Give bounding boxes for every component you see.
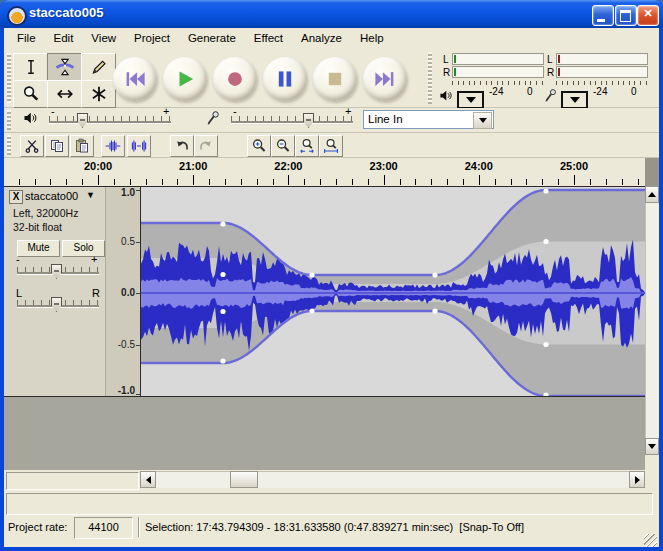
hscroll-left-button[interactable] <box>140 471 156 488</box>
timeshift-tool[interactable] <box>47 80 82 108</box>
menu-item-view[interactable]: View <box>82 30 125 46</box>
multi-tool[interactable] <box>81 80 116 108</box>
output-meter-channel-label: L <box>443 54 449 65</box>
mute-button[interactable]: Mute <box>17 240 60 257</box>
timeline-ruler[interactable]: 20:0021:0022:0023:0024:0025:00 <box>4 158 645 186</box>
gain-max-label: + <box>91 253 97 265</box>
double-arrow-icon <box>56 85 74 103</box>
zoom-in-button[interactable] <box>247 135 271 157</box>
minimize-button[interactable] <box>592 5 614 26</box>
record-icon <box>224 68 246 90</box>
vscroll-down-button[interactable] <box>645 438 659 455</box>
output-meter-dropdown-button[interactable] <box>457 91 484 109</box>
skip-to-start-button[interactable] <box>113 57 157 101</box>
close-button[interactable]: ✕ <box>637 5 659 26</box>
hscroll-right-button[interactable] <box>629 471 645 488</box>
ruler-major-tick <box>288 175 289 185</box>
undo-button[interactable] <box>170 135 194 157</box>
trim-button[interactable] <box>101 135 125 157</box>
chevron-down-icon <box>570 97 580 108</box>
zoom-out-button[interactable] <box>271 135 295 157</box>
envelope-control-point[interactable] <box>543 342 548 347</box>
envelope-control-point[interactable] <box>309 272 314 277</box>
track-menu-arrow-icon[interactable]: ▼ <box>86 190 95 200</box>
envelope-control-point[interactable] <box>220 309 225 314</box>
menu-item-project[interactable]: Project <box>125 30 179 46</box>
waveform-svg[interactable] <box>141 187 645 396</box>
waveform-display[interactable] <box>141 187 645 396</box>
redo-icon <box>198 138 214 154</box>
track-control-panel: X staccato00 ▼ Left, 32000Hz 32-bit floa… <box>4 187 105 396</box>
ruler-minor-tick <box>622 179 623 185</box>
ruler-minor-tick <box>495 179 496 185</box>
menu-item-analyze[interactable]: Analyze <box>292 30 351 46</box>
selection-tool[interactable] <box>13 53 48 81</box>
menu-item-generate[interactable]: Generate <box>179 30 245 46</box>
microphone-icon <box>543 88 558 107</box>
menu-item-help[interactable]: Help <box>351 30 393 46</box>
envelope-tool[interactable] <box>47 53 82 81</box>
hscrollbar-trough[interactable] <box>156 471 629 488</box>
ruler-minor-tick <box>66 179 67 185</box>
hscrollbar-thumb[interactable] <box>230 471 258 488</box>
cut-button[interactable] <box>20 135 44 157</box>
envelope-control-point[interactable] <box>432 308 437 313</box>
solo-button[interactable]: Solo <box>62 240 105 257</box>
edit-toolbar-grip[interactable] <box>7 135 11 155</box>
envelope-control-point[interactable] <box>543 188 548 193</box>
minimize-icon <box>597 19 605 22</box>
ruler-minor-tick <box>304 179 305 185</box>
envelope-control-point[interactable] <box>309 308 314 313</box>
ruler-minor-tick <box>273 179 274 185</box>
menu-item-effect[interactable]: Effect <box>245 30 292 46</box>
zoom-tool[interactable] <box>13 80 48 108</box>
stop-button[interactable] <box>313 57 357 101</box>
fit-selection-button[interactable] <box>295 135 319 157</box>
input-volume-slider-thumb[interactable] <box>303 113 314 128</box>
vscrollbar-trough[interactable] <box>645 203 659 438</box>
track-title[interactable]: staccato00 <box>25 190 78 202</box>
vscroll-up-button[interactable] <box>645 186 659 203</box>
paste-button[interactable] <box>70 135 94 157</box>
envelope-control-point[interactable] <box>220 221 225 226</box>
record-button[interactable] <box>213 57 257 101</box>
menu-item-file[interactable]: File <box>8 30 45 46</box>
toolbar-grip[interactable] <box>7 53 11 103</box>
track-format-line1: Left, 32000Hz <box>13 207 78 219</box>
menu-item-edit[interactable]: Edit <box>45 30 83 46</box>
play-button[interactable] <box>163 57 207 101</box>
ruler-major-tick <box>98 175 99 185</box>
draw-tool[interactable] <box>81 53 116 81</box>
zoom-in-icon <box>251 138 267 154</box>
track-close-button[interactable]: X <box>9 190 23 204</box>
microphone-icon <box>543 88 558 103</box>
resize-grip[interactable] <box>644 534 657 547</box>
scrollbar-left-panel <box>6 472 139 490</box>
title-bar[interactable]: staccato005 ✕ <box>0 0 663 28</box>
pan-slider-thumb[interactable] <box>51 297 62 312</box>
output-meter-bar <box>452 66 544 78</box>
copy-button[interactable] <box>45 135 69 157</box>
pause-icon <box>274 68 296 90</box>
vertical-ruler[interactable]: 1.00.50.0-0.5-1.0 <box>105 187 141 396</box>
skip-to-end-button[interactable] <box>363 57 407 101</box>
input-meter-dropdown-button[interactable] <box>561 91 588 109</box>
input-source-select[interactable]: Line In <box>363 110 494 129</box>
envelope-control-point[interactable] <box>220 272 225 277</box>
ruler-major-tick <box>193 175 194 185</box>
maximize-button[interactable] <box>615 5 637 26</box>
silence-button[interactable] <box>127 135 151 157</box>
input-meter-ruler <box>556 81 648 85</box>
project-rate-value[interactable]: 44100 <box>74 517 133 539</box>
envelope-control-point[interactable] <box>432 272 437 277</box>
fit-project-button[interactable] <box>319 135 343 157</box>
mixer-toolbar-grip[interactable] <box>7 110 11 130</box>
audacity-window: staccato005 ✕ FileEditViewProjectGenerat… <box>0 0 663 551</box>
meter-toolbar-grip[interactable] <box>428 52 432 104</box>
output-volume-slider-thumb[interactable] <box>77 113 88 128</box>
pause-button[interactable] <box>263 57 307 101</box>
gain-slider-thumb[interactable] <box>51 264 62 279</box>
envelope-control-point[interactable] <box>543 239 548 244</box>
dropdown-button[interactable] <box>473 112 492 129</box>
envelope-control-point[interactable] <box>220 358 225 363</box>
